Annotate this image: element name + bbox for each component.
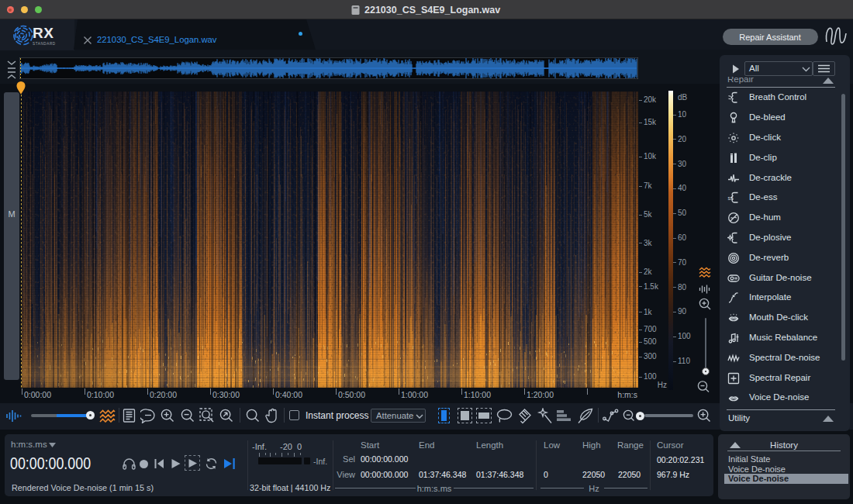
svg-text:ss: ss [728,195,734,201]
